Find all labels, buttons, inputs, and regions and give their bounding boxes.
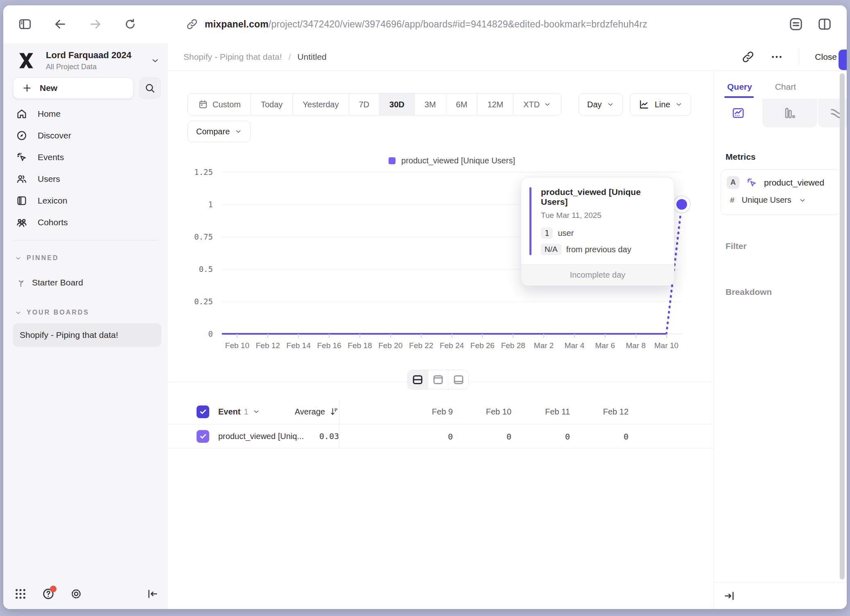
metric-letter-badge: A bbox=[727, 176, 739, 189]
chart-legend[interactable]: product_viewed [Unique Users] bbox=[222, 156, 682, 165]
x-tick-label: Mar 8 bbox=[626, 341, 646, 350]
x-tick-mark bbox=[605, 334, 606, 338]
more-options-icon[interactable] bbox=[770, 50, 783, 63]
board-label: Starter Board bbox=[32, 278, 83, 288]
back-icon[interactable] bbox=[53, 17, 67, 31]
table-row[interactable]: product_viewed [Uniq... 0.03 0 0 0 0 bbox=[168, 424, 714, 448]
tooltip-delta: N/A bbox=[541, 244, 561, 255]
y-tick-label: 1 bbox=[208, 200, 213, 209]
browser-sidebar-toggle-icon[interactable] bbox=[18, 17, 32, 31]
granularity-dropdown[interactable]: Day bbox=[579, 93, 623, 116]
date-column-header: Feb 11 bbox=[515, 407, 574, 417]
range-30d[interactable]: 30D bbox=[380, 94, 415, 115]
row-cell-value: 0 bbox=[339, 432, 457, 442]
chart-type-dropdown[interactable]: Line bbox=[630, 93, 691, 116]
address-bar[interactable]: mixpanel.com/project/3472420/view/397469… bbox=[205, 19, 647, 30]
forward-icon[interactable] bbox=[88, 17, 102, 31]
sidebar-item-discover[interactable]: Discover bbox=[3, 125, 168, 146]
sidebar-item-label: Discover bbox=[38, 131, 71, 140]
sidebar-board-selected[interactable]: Shopify - Piping that data! bbox=[13, 323, 161, 347]
chart-tooltip: product_viewed [Unique Users] Tue Mar 11… bbox=[521, 177, 674, 286]
range-today[interactable]: Today bbox=[251, 94, 293, 115]
chevron-down-icon[interactable] bbox=[253, 408, 260, 415]
browser-split-view-icon[interactable] bbox=[817, 17, 832, 32]
browser-extensions-icon[interactable] bbox=[789, 17, 803, 32]
apps-grid-icon[interactable] bbox=[14, 587, 27, 600]
x-tick-mark bbox=[452, 334, 452, 338]
x-tick-mark bbox=[329, 334, 330, 338]
insights-tab[interactable] bbox=[714, 99, 762, 127]
date-column-header: Feb 12 bbox=[574, 407, 633, 417]
range-3m[interactable]: 3M bbox=[415, 94, 446, 115]
range-6m[interactable]: 6M bbox=[446, 94, 478, 115]
reload-icon[interactable] bbox=[124, 18, 137, 31]
sidebar-item-label: Cohorts bbox=[38, 217, 68, 227]
breadcrumb-board[interactable]: Shopify - Piping that data! bbox=[183, 52, 282, 62]
range-yesterday[interactable]: Yesterday bbox=[293, 94, 349, 115]
project-switcher[interactable]: Lord Farquaad 2024 All Project Data bbox=[16, 47, 160, 74]
tab-chart[interactable]: Chart bbox=[775, 82, 796, 92]
new-button[interactable]: New bbox=[13, 77, 133, 99]
compare-button[interactable]: Compare bbox=[188, 121, 251, 142]
funnels-tab[interactable] bbox=[762, 99, 817, 127]
chevron-down-icon bbox=[151, 56, 160, 65]
x-tick-label: Feb 12 bbox=[256, 341, 280, 350]
home-icon bbox=[16, 108, 28, 120]
sidebar: Lord Farquaad 2024 All Project Data New bbox=[3, 43, 168, 609]
sidebar-item-home[interactable]: Home bbox=[3, 103, 168, 125]
close-button[interactable]: Close bbox=[815, 52, 837, 62]
sidebar-item-cohorts[interactable]: Cohorts bbox=[3, 211, 168, 233]
lexicon-book-icon bbox=[16, 195, 28, 206]
layout-table-only-button[interactable] bbox=[448, 370, 468, 389]
report-header: Shopify - Piping that data! / Untitled C… bbox=[168, 43, 847, 71]
range-xtd[interactable]: XTD bbox=[513, 94, 561, 115]
sort-descending-icon[interactable] bbox=[329, 407, 339, 417]
mixpanel-logo-icon bbox=[16, 50, 37, 71]
pinned-section-header[interactable]: PINNED bbox=[15, 252, 59, 264]
copy-link-icon[interactable] bbox=[741, 50, 755, 63]
cursor-click-icon bbox=[16, 152, 28, 163]
row-checkbox[interactable] bbox=[197, 430, 209, 443]
aggregation-label[interactable]: Unique Users bbox=[742, 195, 791, 205]
url-path: /project/3472420/view/3974696/app/boards… bbox=[269, 19, 647, 29]
search-button[interactable] bbox=[139, 77, 161, 99]
layout-split-button[interactable] bbox=[408, 370, 428, 389]
collapse-sidebar-icon[interactable] bbox=[147, 588, 159, 600]
tab-query[interactable]: Query bbox=[727, 82, 752, 92]
tooltip-delta-label: from previous day bbox=[566, 245, 631, 254]
row-cell-value: 0 bbox=[457, 432, 515, 442]
save-button-edge[interactable] bbox=[839, 50, 847, 70]
x-tick-label: Feb 26 bbox=[470, 341, 495, 350]
range-7d[interactable]: 7D bbox=[349, 94, 380, 115]
your-boards-section-header[interactable]: YOUR BOARDS bbox=[15, 306, 89, 319]
tooltip-footer-note: Incomplete day bbox=[521, 264, 674, 285]
x-axis-ticks bbox=[222, 334, 682, 339]
range-custom[interactable]: Custom bbox=[188, 94, 251, 115]
metric-card[interactable]: A product_viewed # Unique Users bbox=[721, 169, 841, 215]
compass-icon bbox=[16, 130, 28, 141]
breadcrumb-separator: / bbox=[289, 52, 291, 62]
settings-gear-icon[interactable] bbox=[70, 587, 83, 600]
help-icon[interactable] bbox=[42, 587, 55, 600]
select-all-checkbox[interactable] bbox=[197, 405, 209, 418]
date-range-control: Custom Today Yesterday 7D 30D 3M 6M 12M … bbox=[188, 93, 561, 116]
row-cell-value: 0 bbox=[574, 432, 633, 442]
range-12m[interactable]: 12M bbox=[477, 94, 513, 115]
vertical-scrollbar-thumb[interactable] bbox=[840, 73, 845, 580]
bar-chart-icon bbox=[783, 106, 797, 120]
event-column-label: Event bbox=[218, 407, 240, 417]
tooltip-value: 1 bbox=[541, 227, 553, 239]
sidebar-board-starter[interactable]: Starter Board bbox=[16, 276, 83, 290]
sidebar-item-label: Users bbox=[38, 174, 60, 184]
layout-chart-only-button[interactable] bbox=[428, 370, 449, 389]
row-average-value: 0.03 bbox=[291, 431, 339, 441]
sidebar-item-users[interactable]: Users bbox=[3, 168, 168, 190]
event-cursor-icon bbox=[746, 177, 757, 188]
chevron-down-icon bbox=[544, 101, 551, 108]
collapse-panel-icon[interactable] bbox=[723, 590, 735, 602]
sidebar-item-lexicon[interactable]: Lexicon bbox=[3, 190, 168, 211]
x-tick-label: Mar 6 bbox=[595, 341, 615, 350]
metric-event-name: product_viewed bbox=[764, 178, 824, 188]
breadcrumb-page[interactable]: Untitled bbox=[297, 52, 326, 62]
sidebar-item-events[interactable]: Events bbox=[3, 146, 168, 168]
